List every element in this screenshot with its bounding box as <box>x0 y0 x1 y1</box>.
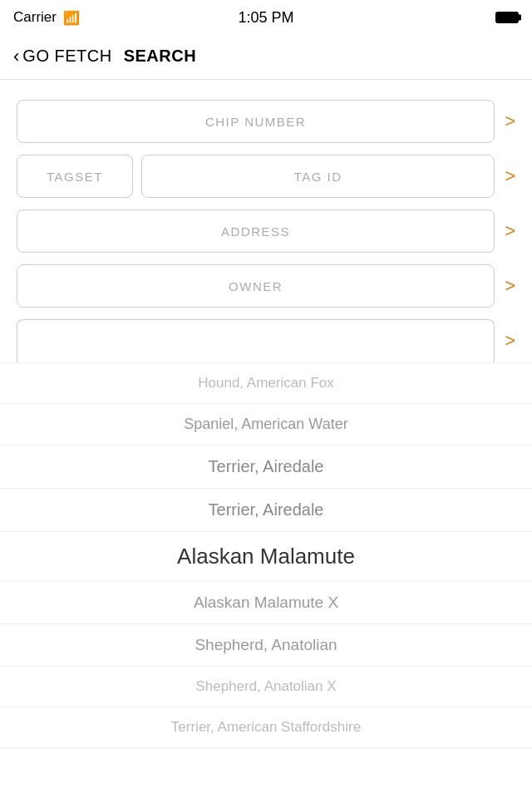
owner-placeholder: OWNER <box>229 279 283 293</box>
tagset-field[interactable]: TAGSET <box>17 155 133 198</box>
tagset-placeholder: TAGSET <box>47 170 103 184</box>
list-item[interactable]: Shepherd, Anatolian <box>0 624 532 667</box>
breed-row: > <box>17 319 515 362</box>
tagid-placeholder: TAG ID <box>294 170 342 184</box>
nav-bar: ‹ GO FETCH SEARCH <box>0 33 532 80</box>
status-right <box>495 12 519 23</box>
tagset-tagid-pair: TAGSET TAG ID <box>17 155 495 198</box>
status-left: Carrier 📶 <box>13 9 80 26</box>
breed-dropdown: Hound, American FoxSpaniel, American Wat… <box>0 362 532 748</box>
list-item[interactable]: Spaniel, American Water <box>0 404 532 446</box>
breed-field[interactable] <box>17 319 495 362</box>
list-item[interactable]: Alaskan Malamute <box>0 532 532 582</box>
tagid-arrow[interactable]: > <box>505 165 515 187</box>
wifi-icon: 📶 <box>63 10 80 26</box>
owner-row: OWNER > <box>17 264 515 308</box>
back-label: GO FETCH <box>22 47 111 66</box>
status-bar: Carrier 📶 1:05 PM <box>0 0 532 33</box>
list-item[interactable]: Terrier, Airedale <box>0 446 532 489</box>
list-item[interactable]: Alaskan Malamute X <box>0 582 532 624</box>
list-item[interactable]: Terrier, American Staffordshire <box>0 707 532 748</box>
search-form: CHIP NUMBER > TAGSET TAG ID > ADDRESS > … <box>0 80 532 362</box>
chip-number-arrow[interactable]: > <box>505 111 515 132</box>
carrier-label: Carrier <box>13 9 57 26</box>
chip-number-field[interactable]: CHIP NUMBER <box>17 100 495 143</box>
back-button[interactable]: ‹ GO FETCH <box>13 47 112 66</box>
back-chevron-icon: ‹ <box>13 47 19 66</box>
address-field[interactable]: ADDRESS <box>17 209 495 253</box>
address-row: ADDRESS > <box>17 209 515 253</box>
chip-number-placeholder: CHIP NUMBER <box>205 115 306 129</box>
list-item[interactable]: Hound, American Fox <box>0 363 532 404</box>
tagid-field[interactable]: TAG ID <box>141 155 495 198</box>
status-time: 1:05 PM <box>238 9 293 27</box>
owner-field[interactable]: OWNER <box>17 264 495 308</box>
tagset-tagid-row: TAGSET TAG ID > <box>17 155 515 198</box>
breed-arrow[interactable]: > <box>505 330 515 352</box>
address-placeholder: ADDRESS <box>221 224 290 239</box>
list-item[interactable]: Shepherd, Anatolian X <box>0 667 532 707</box>
page-title: SEARCH <box>124 47 196 66</box>
chip-number-row: CHIP NUMBER > <box>17 100 515 143</box>
address-arrow[interactable]: > <box>505 220 515 242</box>
owner-arrow[interactable]: > <box>505 275 515 297</box>
list-item[interactable]: Terrier, Airedale <box>0 489 532 532</box>
battery-icon <box>495 12 519 23</box>
